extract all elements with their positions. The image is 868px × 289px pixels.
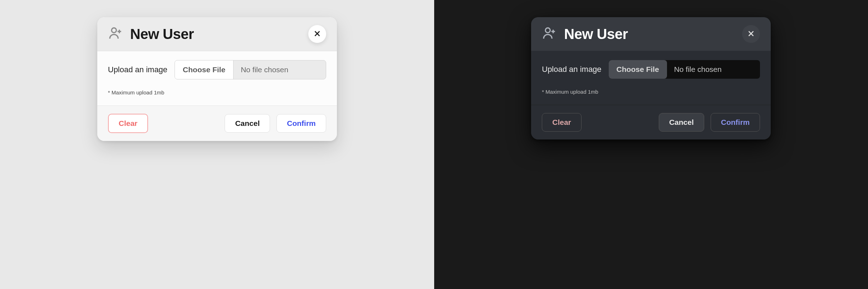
- modal-body: Upload an image Choose File No file chos…: [531, 51, 771, 105]
- clear-button[interactable]: Clear: [108, 114, 148, 133]
- cancel-button[interactable]: Cancel: [659, 113, 704, 132]
- choose-file-button[interactable]: Choose File: [609, 60, 667, 79]
- modal-footer: Clear Cancel Confirm: [97, 106, 337, 141]
- close-button[interactable]: [742, 25, 760, 43]
- close-icon: [747, 30, 755, 39]
- modal-title: New User: [130, 26, 194, 42]
- light-theme-panel: New User Upload an image Choose File No …: [0, 0, 434, 289]
- header-title-group: New User: [542, 26, 628, 42]
- close-icon: [313, 30, 321, 39]
- confirm-button[interactable]: Confirm: [711, 113, 760, 132]
- choose-file-button[interactable]: Choose File: [175, 60, 234, 79]
- dark-theme-panel: New User Upload an image Choose File No …: [434, 0, 868, 289]
- svg-point-5: [545, 28, 550, 33]
- upload-note: * Maximum upload 1mb: [542, 89, 760, 95]
- add-user-icon: [108, 26, 122, 42]
- confirm-button[interactable]: Confirm: [276, 114, 326, 133]
- svg-point-0: [112, 28, 116, 33]
- modal-header: New User: [97, 17, 337, 51]
- close-button[interactable]: [308, 25, 326, 43]
- file-input-group: Choose File No file chosen: [175, 60, 326, 79]
- upload-label: Upload an image: [108, 65, 167, 74]
- upload-label: Upload an image: [542, 65, 601, 74]
- upload-row: Upload an image Choose File No file chos…: [542, 60, 760, 79]
- modal-body: Upload an image Choose File No file chos…: [97, 51, 337, 106]
- modal-title: New User: [564, 26, 628, 42]
- upload-row: Upload an image Choose File No file chos…: [108, 60, 326, 79]
- upload-note: * Maximum upload 1mb: [108, 89, 326, 95]
- footer-actions: Cancel Confirm: [225, 114, 326, 133]
- modal-header: New User: [531, 17, 771, 51]
- clear-button[interactable]: Clear: [542, 113, 582, 132]
- cancel-button[interactable]: Cancel: [225, 114, 270, 133]
- file-status-text: No file chosen: [667, 60, 760, 79]
- file-status-text: No file chosen: [234, 60, 326, 79]
- new-user-modal: New User Upload an image Choose File No …: [97, 17, 337, 141]
- header-title-group: New User: [108, 26, 194, 42]
- footer-actions: Cancel Confirm: [659, 113, 760, 132]
- modal-footer: Clear Cancel Confirm: [531, 105, 771, 139]
- new-user-modal: New User Upload an image Choose File No …: [531, 17, 771, 139]
- add-user-icon: [542, 26, 556, 42]
- file-input-group: Choose File No file chosen: [609, 60, 760, 79]
